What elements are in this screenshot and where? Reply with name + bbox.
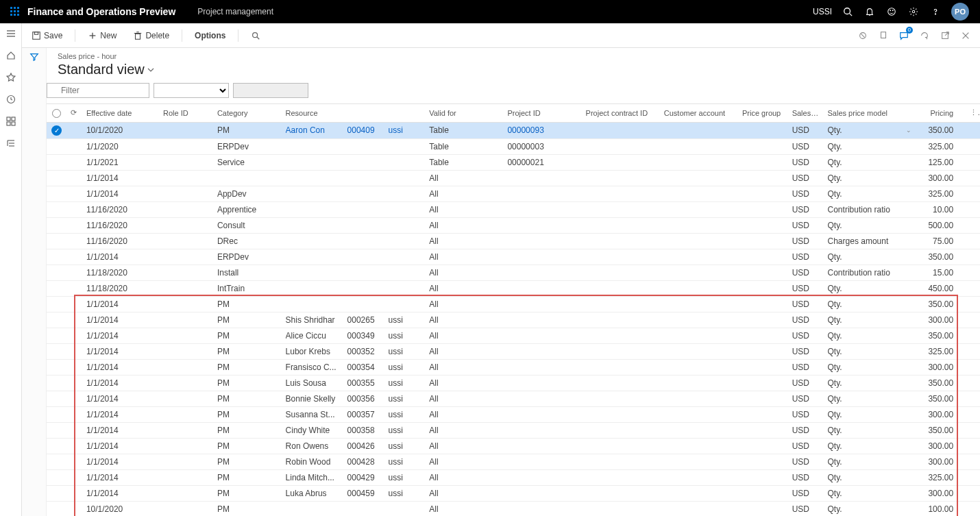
delete-button[interactable]: Delete [126,28,176,43]
svg-rect-2 [17,7,19,9]
message-badge: 0 [906,27,913,34]
svg-line-10 [850,14,853,16]
pin-icon[interactable] [874,27,892,45]
trash-icon [133,31,143,40]
search-icon [251,31,260,40]
svg-point-15 [935,14,935,14]
svg-point-11 [888,8,896,16]
save-icon [32,31,41,40]
svg-rect-4 [14,10,16,12]
attach-icon[interactable] [854,27,872,45]
svg-rect-7 [14,14,16,16]
new-label: New [100,31,117,40]
help-icon[interactable] [929,5,942,18]
company-picker[interactable]: USSI [813,7,832,16]
left-nav-rail [0,23,22,48]
svg-rect-8 [17,14,19,16]
refresh-icon[interactable] [916,27,933,45]
svg-rect-1 [14,7,16,9]
svg-point-14 [912,10,915,13]
bell-icon[interactable] [863,5,876,18]
plus-icon [88,31,97,40]
svg-point-9 [844,8,850,14]
svg-point-13 [892,10,893,11]
gear-icon[interactable] [907,5,920,18]
avatar[interactable]: PO [951,3,969,21]
search-icon[interactable] [842,5,854,18]
popout-icon[interactable] [936,27,954,45]
svg-line-36 [257,36,260,39]
svg-line-38 [861,34,864,37]
save-button[interactable]: Save [25,28,69,43]
save-label: Save [44,31,62,40]
svg-rect-5 [17,10,19,12]
top-bar: Finance and Operations Preview Project m… [0,0,980,23]
module-link[interactable]: Project management [186,7,273,16]
actionbar-search-button[interactable] [244,28,267,43]
svg-rect-6 [10,14,12,16]
svg-rect-29 [34,32,38,34]
svg-rect-0 [10,7,12,9]
options-button[interactable]: Options [188,28,232,43]
message-icon[interactable]: 0 [895,27,913,45]
hamburger-icon[interactable] [5,27,17,40]
new-button[interactable]: New [81,28,123,43]
svg-rect-3 [10,10,12,12]
close-icon[interactable] [957,27,975,45]
app-title: Finance and Operations Preview [25,6,186,17]
action-bar: Save New Delete Options 0 [0,23,980,48]
svg-rect-28 [33,32,40,39]
options-label: Options [195,31,225,40]
app-launcher-icon[interactable] [5,7,25,16]
svg-point-35 [253,32,258,37]
svg-rect-39 [881,32,886,38]
smiley-icon[interactable] [885,5,898,18]
delete-label: Delete [145,31,169,40]
svg-rect-32 [136,34,140,39]
svg-point-12 [890,10,891,11]
